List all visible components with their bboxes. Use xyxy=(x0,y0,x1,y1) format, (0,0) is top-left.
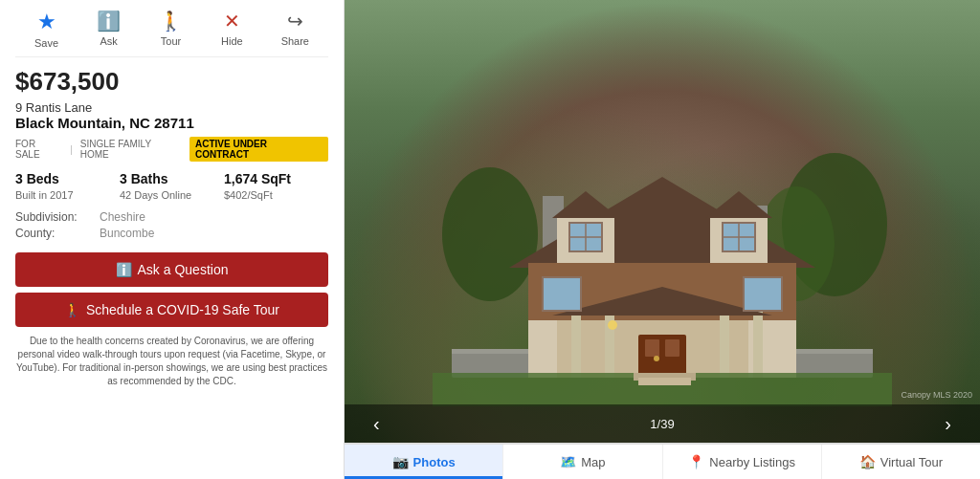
tag-sep1: | xyxy=(70,144,73,155)
tour-btn-label: Schedule a COVID-19 Safe Tour xyxy=(86,302,279,317)
ask-label: Ask xyxy=(100,35,117,47)
stats-grid: 3 Beds 3 Baths 1,674 SqFt Built in 2017 … xyxy=(15,171,328,201)
svg-point-30 xyxy=(608,320,617,330)
county-value: Buncombe xyxy=(100,227,154,240)
tour-icon: 🚶 xyxy=(159,10,183,33)
ppsqft-value: $402/SqFt xyxy=(224,189,328,201)
hide-button[interactable]: ✕ Hide xyxy=(221,10,243,49)
sqft-value: 1,674 SqFt xyxy=(224,171,328,186)
sqft-stat: 1,674 SqFt xyxy=(224,171,328,186)
next-photo-button[interactable]: › xyxy=(935,413,961,435)
days-value: 42 Days Online xyxy=(120,189,224,201)
tab-photos-label: Photos xyxy=(413,455,456,469)
tour-btn-icon: 🚶 xyxy=(64,302,80,317)
listing-tags: FOR SALE | SINGLE FAMILY HOME ACTIVE UND… xyxy=(15,137,328,162)
ask-btn-icon: ℹ️ xyxy=(116,262,132,277)
map-icon: 🗺️ xyxy=(560,454,576,469)
svg-rect-27 xyxy=(645,339,659,357)
nav-icons: ★ Save ℹ️ Ask 🚶 Tour ✕ Hide ↪ Share xyxy=(15,0,328,57)
svg-rect-35 xyxy=(638,378,691,385)
address-line2: Black Mountain, NC 28711 xyxy=(15,115,328,131)
nearby-icon: 📍 xyxy=(688,454,704,469)
save-button[interactable]: ★ Save xyxy=(34,10,58,49)
status-badge: ACTIVE UNDER CONTRACT xyxy=(189,137,328,162)
tag-type: SINGLE FAMILY HOME xyxy=(80,139,182,160)
tour-label: Tour xyxy=(161,35,181,47)
details-table: Subdivision: Cheshire County: Buncombe xyxy=(15,210,328,243)
tour-button[interactable]: 🚶 Tour xyxy=(159,10,183,49)
virtual-icon: 🏠 xyxy=(859,454,876,469)
baths-value: 3 Baths xyxy=(120,171,224,186)
share-label: Share xyxy=(281,35,309,47)
right-panel: ‹ 1/39 › Canopy MLS 2020 📷 Photos 🗺️ Map… xyxy=(345,0,980,479)
svg-rect-28 xyxy=(665,339,679,357)
svg-point-0 xyxy=(442,167,538,301)
beds-stat: 3 Beds xyxy=(15,171,120,186)
ask-button[interactable]: ℹ️ Ask xyxy=(97,10,121,49)
ask-btn-label: Ask a Question xyxy=(138,262,229,277)
days-stat: 42 Days Online xyxy=(120,188,224,201)
svg-rect-24 xyxy=(753,311,763,378)
ask-question-button[interactable]: ℹ️ Ask a Question xyxy=(15,252,328,287)
photos-icon: 📷 xyxy=(392,454,409,469)
ask-icon: ℹ️ xyxy=(97,10,121,33)
address-line1: 9 Rantis Lane xyxy=(15,100,328,115)
tab-photos[interactable]: 📷 Photos xyxy=(345,445,503,479)
schedule-tour-button[interactable]: 🚶 Schedule a COVID-19 Safe Tour xyxy=(15,293,328,327)
beds-value: 3 Beds xyxy=(15,171,120,186)
share-icon: ↪ xyxy=(287,10,303,33)
baths-stat: 3 Baths xyxy=(120,171,224,186)
subdivision-row: Subdivision: Cheshire xyxy=(15,210,328,224)
svg-rect-32 xyxy=(744,277,782,311)
covid-note: Due to the health concerns created by Co… xyxy=(15,335,328,388)
watermark: Canopy MLS 2020 xyxy=(901,390,972,400)
county-label: County: xyxy=(15,227,92,240)
built-stat: Built in 2017 xyxy=(15,188,120,201)
tab-map-label: Map xyxy=(581,455,605,469)
tab-virtual[interactable]: 🏠 Virtual Tour xyxy=(822,445,980,479)
svg-rect-23 xyxy=(720,311,729,378)
listing-price: $673,500 xyxy=(15,67,328,97)
svg-point-29 xyxy=(654,356,659,361)
photo-container: ‹ 1/39 › Canopy MLS 2020 xyxy=(345,0,980,443)
hide-icon: ✕ xyxy=(224,10,240,33)
save-label: Save xyxy=(34,37,58,49)
tab-nearby[interactable]: 📍 Nearby Listings xyxy=(663,445,822,479)
photo-counter: 1/39 xyxy=(650,417,674,431)
tab-map[interactable]: 🗺️ Map xyxy=(503,445,662,479)
hide-label: Hide xyxy=(221,35,243,47)
tab-nearby-label: Nearby Listings xyxy=(709,455,795,469)
subdivision-value: Cheshire xyxy=(100,210,145,224)
svg-rect-21 xyxy=(571,311,581,378)
save-icon: ★ xyxy=(37,10,56,34)
photo-nav: ‹ 1/39 › xyxy=(345,404,980,443)
tab-bar: 📷 Photos 🗺️ Map 📍 Nearby Listings 🏠 Virt… xyxy=(345,443,980,479)
svg-rect-31 xyxy=(543,277,581,311)
ppsqft-stat: $402/SqFt xyxy=(224,188,328,201)
county-row: County: Buncombe xyxy=(15,227,328,240)
prev-photo-button[interactable]: ‹ xyxy=(364,413,390,435)
tab-virtual-label: Virtual Tour xyxy=(880,455,943,469)
tag-for-sale: FOR SALE xyxy=(15,139,62,160)
house-illustration xyxy=(433,120,892,406)
share-button[interactable]: ↪ Share xyxy=(281,10,309,49)
built-value: Built in 2017 xyxy=(15,189,120,201)
left-panel: ★ Save ℹ️ Ask 🚶 Tour ✕ Hide ↪ Share $673… xyxy=(0,0,345,479)
subdivision-label: Subdivision: xyxy=(15,210,92,224)
svg-marker-15 xyxy=(705,191,772,218)
